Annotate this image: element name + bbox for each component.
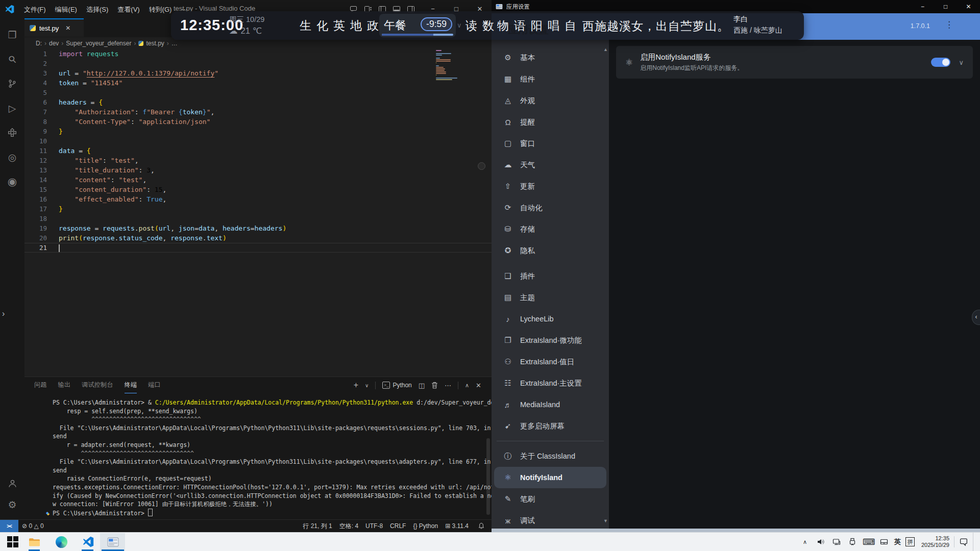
taskbar-clock[interactable]: 12:35 2025/10/29 (921, 535, 949, 548)
sidebar-item-ExtraIsland·微功能[interactable]: ❐ExtraIsland·微功能 (494, 330, 606, 351)
breadcrumb-file[interactable]: test.py (146, 40, 164, 47)
sidebar-item-组件[interactable]: ▦组件 (494, 68, 606, 90)
more-actions-icon[interactable]: ⋯ (445, 382, 451, 389)
github-icon[interactable]: ◉ (0, 171, 24, 192)
kill-terminal-icon[interactable] (431, 382, 438, 389)
maximize-panel-icon[interactable]: ∧ (465, 382, 469, 389)
tab-close-icon[interactable]: ✕ (65, 24, 70, 32)
breadcrumb-item[interactable]: dev (49, 40, 59, 47)
minimize-button[interactable]: − (911, 0, 934, 13)
sidebar-item-NotifyIsland[interactable]: ⚛NotifyIsland (494, 467, 606, 488)
panel-tab-端口[interactable]: 端口 (148, 377, 161, 393)
sidebar-item-ExtraIsland·主设置[interactable]: ☷ExtraIsland·主设置 (494, 372, 606, 394)
menu-item-1[interactable]: 编辑(E) (51, 4, 82, 15)
classisland-taskbar-button[interactable] (102, 533, 124, 551)
bell-icon[interactable] (478, 522, 484, 530)
breadcrumb-item[interactable]: D: (36, 40, 42, 47)
status-item[interactable]: 空格: 4 (339, 522, 358, 531)
start-button[interactable] (6, 533, 19, 551)
panel-tab-调试控制台[interactable]: 调试控制台 (82, 377, 113, 393)
breadcrumb-tail[interactable]: … (172, 40, 178, 47)
editor-floating-handle[interactable] (478, 162, 485, 170)
sidebar-item-调试[interactable]: ж调试 (494, 510, 606, 531)
split-terminal-icon[interactable]: ◫ (419, 382, 425, 389)
terminal-scrollbar[interactable] (486, 438, 490, 515)
sidebar-expand-chevron[interactable]: › (2, 309, 5, 318)
settings-gear-icon[interactable]: ⚙ (0, 494, 24, 515)
poem-text: 西施越溪女，出自苎萝山。 (582, 18, 729, 34)
close-button[interactable]: ✕ (957, 0, 980, 13)
remote-indicator[interactable]: >< (0, 520, 18, 532)
code-editor[interactable]: 1import requests23url = "http://127.0.0.… (24, 49, 492, 377)
sidebar-item-窗口[interactable]: ▢窗口 (494, 133, 606, 154)
sidebar-item-基本[interactable]: ⚙基本 (494, 47, 606, 68)
maximize-button[interactable]: □ (934, 0, 957, 13)
explorer-icon[interactable]: ❐ (0, 24, 24, 45)
tab-testpy[interactable]: test.py ✕ (24, 18, 84, 37)
expand-icon[interactable]: ∨ (457, 21, 462, 29)
status-item[interactable]: UTF-8 (365, 522, 383, 530)
tab-label: test.py (39, 24, 59, 32)
sidebar-item-隐私[interactable]: ✪隐私 (494, 240, 606, 261)
action-center-icon[interactable] (959, 538, 968, 546)
network-icon[interactable] (831, 538, 842, 546)
notifyisland-service-card[interactable]: ⚛ 启用NotifyIsland服务 启用NotifyIsland监听API请求… (616, 46, 973, 79)
sidebar-item-提醒[interactable]: Ω提醒 (494, 111, 606, 133)
vscode-taskbar-button[interactable] (82, 533, 95, 551)
sidebar-item-笔刷[interactable]: ✎笔刷 (494, 488, 606, 510)
problems-status[interactable]: ⊘ 0 △ 0 (22, 522, 44, 530)
sidebar-item-更新[interactable]: ⇧更新 (494, 176, 606, 197)
extensions-icon[interactable] (0, 122, 24, 143)
code-line-1: 1import requests (24, 49, 492, 59)
sidebar-item-ExtraIsland·值日[interactable]: ⚇ExtraIsland·值日 (494, 351, 606, 372)
sidebar-item-更多启动屏幕[interactable]: ➹更多启动屏幕 (494, 415, 606, 437)
menu-item-0[interactable]: 文件(F) (19, 4, 51, 15)
service-toggle[interactable] (931, 58, 950, 67)
sidebar-item-插件[interactable]: ❑插件 (494, 265, 606, 287)
file-explorer-button[interactable] (28, 533, 41, 551)
current-class-block[interactable]: 午餐 -9:59 (379, 14, 456, 37)
status-item[interactable]: CRLF (390, 522, 406, 530)
volume-icon[interactable] (815, 538, 826, 546)
keyboard-icon[interactable]: ⌨ (863, 537, 874, 547)
sidebar-item-存储[interactable]: ⛁存储 (494, 218, 606, 240)
panel-tab-输出[interactable]: 输出 (58, 377, 71, 393)
chevron-down-icon[interactable]: ∨ (959, 59, 964, 66)
close-panel-icon[interactable]: ✕ (476, 382, 481, 389)
run-debug-icon[interactable]: ▷ (0, 98, 24, 118)
account-icon[interactable] (0, 473, 24, 493)
panel-tab-问题[interactable]: 问题 (34, 377, 47, 393)
status-item[interactable]: {} Python (413, 522, 438, 530)
terminal-profile[interactable]: >_Python (382, 382, 411, 389)
menu-item-2[interactable]: 选择(S) (82, 4, 113, 15)
record-icon[interactable]: ◎ (0, 147, 24, 167)
sidebar-item-天气[interactable]: ☁天气 (494, 154, 606, 176)
source-control-icon[interactable] (0, 73, 24, 94)
terminal[interactable]: PS C:\Users\Administrator> & C:/Users/Ad… (53, 398, 481, 517)
touchpad-icon[interactable] (878, 538, 890, 546)
ime-indicator[interactable]: 拼 (905, 537, 915, 546)
sidebar-item-主题[interactable]: ▤主题 (494, 287, 606, 308)
language-indicator[interactable]: 英 (894, 537, 901, 546)
sidebar-item-MediaIsland[interactable]: ♬MediaIsland (494, 394, 606, 415)
classisland-main-bar[interactable]: 12:35:00 周三 10/29 ☁ 21 ℃ 生化英地政 午餐 -9:59 … (171, 11, 804, 40)
panel-tab-终端[interactable]: 终端 (125, 377, 137, 393)
breadcrumb-item[interactable]: Super_voyeur_defenser (66, 40, 131, 47)
sidebar-item-外观[interactable]: ◬外观 (494, 90, 606, 111)
search-icon[interactable]: ⚲ (0, 43, 28, 75)
sidebar-item-自动化[interactable]: ⟳自动化 (494, 197, 606, 218)
terminal-dropdown-icon[interactable]: ∨ (365, 383, 369, 388)
edge-button[interactable] (55, 533, 68, 551)
minimap[interactable] (436, 49, 458, 82)
sidebar-item-LycheeLib[interactable]: ♪LycheeLib (494, 308, 606, 330)
show-desktop-button[interactable] (973, 533, 976, 551)
menu-item-4[interactable]: 转到(G) (144, 4, 177, 15)
usb-icon[interactable] (847, 538, 858, 546)
sidebar-item-关于 ClassIsland[interactable]: ⓘ关于 ClassIsland (494, 445, 606, 467)
menu-item-3[interactable]: 查看(V) (113, 4, 144, 15)
status-item[interactable]: ⊞ 3.11.4 (445, 522, 469, 530)
new-terminal-button[interactable]: + (354, 381, 358, 390)
kebab-menu-icon[interactable]: ⋮ (945, 19, 953, 30)
tray-chevron-icon[interactable]: ∧ (799, 539, 811, 545)
status-item[interactable]: 行 21, 列 1 (303, 522, 332, 531)
